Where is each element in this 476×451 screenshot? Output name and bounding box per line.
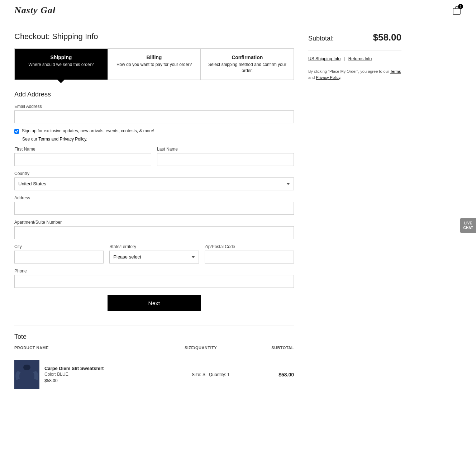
address-group: Address — [14, 195, 294, 215]
policy-privacy-link[interactable]: Privacy Policy — [316, 75, 340, 80]
step-billing-desc: How do you want to pay for your order? — [115, 62, 194, 68]
cart-icon[interactable]: 1 — [452, 5, 462, 15]
product-image — [14, 360, 39, 389]
header: Nasty Gal 1 — [0, 0, 476, 21]
subtotal-row: Subtotal: $58.00 — [308, 32, 401, 43]
city-state-zip-row: City State/Territory Please select Zip/P… — [14, 244, 294, 269]
product-name: Carpe Diem Slit Sweatshirt — [44, 366, 169, 371]
step-shipping-desc: Where should we send this order? — [22, 62, 100, 68]
policy-mid: and — [308, 75, 315, 80]
cart-badge: 1 — [458, 4, 463, 9]
address-input[interactable] — [14, 202, 294, 215]
last-name-group: Last Name — [157, 147, 294, 166]
terms-mid: and — [51, 137, 58, 142]
page-container: Checkout: Shipping Info Shipping Where s… — [0, 21, 476, 403]
checkout-steps: Shipping Where should we send this order… — [14, 48, 294, 80]
first-name-input[interactable] — [14, 153, 151, 166]
logo: Nasty Gal — [14, 5, 56, 16]
state-label: State/Territory — [109, 244, 199, 249]
tote-col-product: Product Name — [14, 346, 154, 350]
signup-label: Sign up for exclusive updates, new arriv… — [22, 128, 154, 133]
zip-group: Zip/Postal Code — [205, 244, 294, 264]
policy-terms-link[interactable]: Terms — [390, 69, 401, 73]
us-shipping-link[interactable]: US Shipping Info — [308, 56, 341, 61]
product-size-qty: Size: S Quantity: 1 — [169, 372, 252, 377]
product-info: Carpe Diem Slit Sweatshirt Color: BLUE $… — [44, 366, 169, 383]
signup-checkbox[interactable] — [14, 129, 19, 134]
tote-section: Tote Product Name Size/Quantity Subtotal — [14, 326, 294, 393]
city-input[interactable] — [14, 251, 104, 264]
first-name-group: First Name — [14, 147, 151, 166]
live-chat-button[interactable]: LIVECHAT — [460, 218, 476, 233]
email-input[interactable] — [14, 110, 294, 123]
apt-input[interactable] — [14, 226, 294, 239]
add-address-title: Add Address — [14, 91, 294, 98]
terms-link[interactable]: Terms — [38, 137, 50, 142]
policy-prefix: By clicking "Place My Order", you agree … — [308, 69, 389, 73]
state-group: State/Territory Please select — [109, 244, 199, 264]
tote-col-size: Size/Quantity — [154, 346, 247, 350]
terms-suffix: . — [86, 137, 87, 142]
terms-row: See our Terms and Privacy Policy. — [22, 137, 294, 142]
signup-row: Sign up for exclusive updates, new arriv… — [14, 128, 294, 134]
apt-group: Apartment/Suite Number — [14, 220, 294, 239]
country-select[interactable]: United States — [14, 177, 294, 190]
zip-input[interactable] — [205, 251, 294, 264]
city-group: City — [14, 244, 104, 264]
privacy-link[interactable]: Privacy Policy — [60, 137, 86, 142]
tote-header: Product Name Size/Quantity Subtotal — [14, 346, 294, 353]
city-label: City — [14, 244, 104, 249]
sidebar: Subtotal: $58.00 US Shipping Info | Retu… — [308, 32, 401, 393]
step-shipping: Shipping Where should we send this order… — [15, 49, 108, 80]
svg-point-2 — [23, 365, 30, 370]
step-shipping-title: Shipping — [22, 54, 100, 60]
tote-col-subtotal: Subtotal — [247, 346, 294, 350]
first-name-label: First Name — [14, 147, 151, 152]
svg-rect-0 — [453, 8, 460, 14]
step-billing: Billing How do you want to pay for your … — [108, 49, 201, 80]
product-subtotal: $58.00 — [252, 372, 294, 378]
step-confirmation: Confirmation Select shipping method and … — [201, 49, 294, 80]
name-row: First Name Last Name — [14, 147, 294, 171]
address-label: Address — [14, 195, 294, 200]
product-color: Color: BLUE — [44, 372, 169, 377]
separator: | — [344, 56, 346, 61]
tote-title: Tote — [14, 333, 294, 341]
phone-group: Phone — [14, 269, 294, 288]
step-confirmation-title: Confirmation — [208, 54, 286, 60]
last-name-label: Last Name — [157, 147, 294, 152]
page-title: Checkout: Shipping Info — [14, 32, 294, 41]
phone-label: Phone — [14, 269, 294, 274]
main-content: Checkout: Shipping Info Shipping Where s… — [14, 32, 294, 393]
sidebar-policy: By clicking "Place My Order", you agree … — [308, 68, 401, 80]
step-confirmation-desc: Select shipping method and confirm your … — [208, 62, 286, 74]
product-quantity: Quantity: 1 — [209, 372, 230, 377]
country-group: Country United States — [14, 171, 294, 190]
product-size: Size: S — [192, 372, 205, 377]
email-group: Email Address — [14, 104, 294, 123]
product-local-price: $58.00 — [44, 378, 169, 383]
next-button[interactable]: Next — [108, 295, 201, 311]
country-label: Country — [14, 171, 294, 176]
step-billing-title: Billing — [115, 54, 194, 60]
last-name-input[interactable] — [157, 153, 294, 166]
sidebar-links: US Shipping Info | Returns Info — [308, 50, 401, 61]
returns-link[interactable]: Returns Info — [348, 56, 372, 61]
state-select[interactable]: Please select — [109, 251, 199, 264]
phone-input[interactable] — [14, 275, 294, 288]
policy-suffix: . — [340, 75, 341, 80]
subtotal-amount: $58.00 — [373, 32, 401, 43]
email-label: Email Address — [14, 104, 294, 109]
subtotal-label: Subtotal: — [308, 35, 334, 42]
zip-label: Zip/Postal Code — [205, 244, 294, 249]
apt-label: Apartment/Suite Number — [14, 220, 294, 225]
terms-prefix: See our — [22, 137, 37, 142]
table-row: Carpe Diem Slit Sweatshirt Color: BLUE $… — [14, 357, 294, 393]
